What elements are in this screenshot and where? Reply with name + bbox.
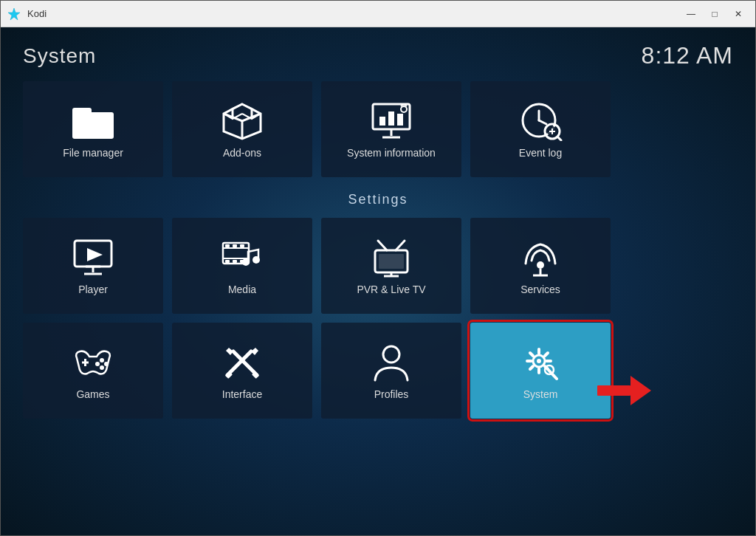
settings-row-2: Games Interface: [23, 323, 733, 419]
maximize-button[interactable]: □: [704, 6, 726, 22]
svg-line-67: [530, 366, 533, 369]
presentation-icon: [369, 100, 413, 141]
svg-rect-28: [225, 244, 230, 247]
tile-system[interactable]: System: [470, 323, 611, 419]
svg-point-49: [104, 362, 109, 366]
svg-rect-29: [233, 244, 237, 247]
tile-system-information-label: System information: [347, 147, 436, 159]
svg-rect-31: [225, 260, 230, 263]
tile-player-label: Player: [78, 284, 108, 295]
svg-rect-7: [388, 111, 394, 126]
svg-point-34: [242, 258, 250, 266]
main-content: System 8:12 AM File manager: [1, 27, 755, 535]
tile-system-label: System: [523, 388, 558, 400]
svg-point-59: [537, 359, 541, 363]
gamepad-icon: [71, 342, 115, 382]
tile-services[interactable]: Services: [470, 218, 611, 314]
clock-display: 8:12 AM: [642, 42, 733, 69]
pencil-tools-icon: [220, 342, 264, 382]
top-tiles-row: File manager Add-ons: [23, 81, 733, 177]
tile-event-log[interactable]: Event log: [470, 81, 611, 177]
tile-profiles[interactable]: Profiles: [321, 323, 461, 419]
tile-media[interactable]: Media: [172, 218, 312, 314]
window-title: Kodi: [27, 8, 680, 19]
tile-interface-label: Interface: [222, 388, 262, 400]
folder-icon: [71, 100, 115, 141]
svg-line-16: [557, 137, 561, 140]
svg-point-50: [100, 365, 104, 370]
svg-rect-32: [233, 260, 237, 263]
tv-antenna-icon: [369, 237, 413, 278]
svg-line-14: [539, 120, 546, 124]
tile-system-information[interactable]: System information: [321, 81, 461, 177]
tile-games-label: Games: [76, 388, 109, 400]
tile-interface[interactable]: Interface: [172, 323, 312, 419]
svg-point-47: [100, 358, 104, 363]
svg-marker-0: [8, 8, 20, 20]
svg-point-11: [401, 106, 407, 112]
page-title: System: [23, 44, 96, 68]
close-button[interactable]: ✕: [727, 6, 749, 22]
window-controls: — □ ✕: [680, 6, 749, 22]
svg-marker-21: [87, 248, 103, 261]
media-icon: [220, 237, 264, 278]
settings-row-1: Player: [23, 218, 733, 314]
tile-profiles-label: Profiles: [374, 388, 409, 400]
svg-marker-55: [226, 348, 233, 355]
svg-marker-52: [251, 348, 258, 355]
kodi-window: Kodi — □ ✕ System 8:12 AM File manager: [0, 0, 756, 536]
svg-rect-2: [72, 108, 92, 117]
tile-add-ons[interactable]: Add-ons: [172, 81, 312, 177]
header-row: System 8:12 AM: [23, 42, 733, 69]
svg-rect-41: [379, 254, 404, 269]
event-log-icon: [518, 100, 563, 141]
settings-label: Settings: [23, 192, 733, 207]
svg-line-37: [378, 241, 387, 250]
app-icon: [7, 7, 21, 21]
tile-services-label: Services: [520, 284, 560, 295]
tile-file-manager[interactable]: File manager: [23, 81, 163, 177]
svg-point-35: [252, 256, 260, 264]
svg-point-48: [95, 362, 100, 366]
box-icon: [220, 100, 264, 141]
tile-add-ons-label: Add-ons: [223, 147, 261, 159]
tile-pvr-live-tv-label: PVR & Live TV: [357, 284, 425, 295]
svg-rect-30: [240, 244, 244, 247]
title-bar: Kodi — □ ✕: [1, 1, 755, 27]
tile-media-label: Media: [228, 284, 256, 295]
minimize-button[interactable]: —: [680, 6, 702, 22]
person-icon: [369, 342, 413, 382]
svg-point-57: [383, 346, 399, 363]
tile-event-log-label: Event log: [519, 147, 562, 159]
tile-file-manager-label: File manager: [63, 147, 123, 159]
svg-line-64: [530, 353, 533, 356]
svg-line-38: [396, 241, 405, 250]
svg-line-66: [545, 353, 548, 356]
monitor-play-icon: [71, 237, 115, 278]
broadcast-icon: [518, 237, 563, 278]
tile-player[interactable]: Player: [23, 218, 163, 314]
gear-wrench-icon: [518, 342, 563, 382]
svg-rect-6: [379, 117, 385, 126]
svg-point-42: [537, 261, 544, 269]
svg-rect-8: [397, 114, 403, 126]
tile-games[interactable]: Games: [23, 323, 163, 419]
tile-pvr-live-tv[interactable]: PVR & Live TV: [321, 218, 461, 314]
arrow-indicator: [597, 376, 651, 405]
